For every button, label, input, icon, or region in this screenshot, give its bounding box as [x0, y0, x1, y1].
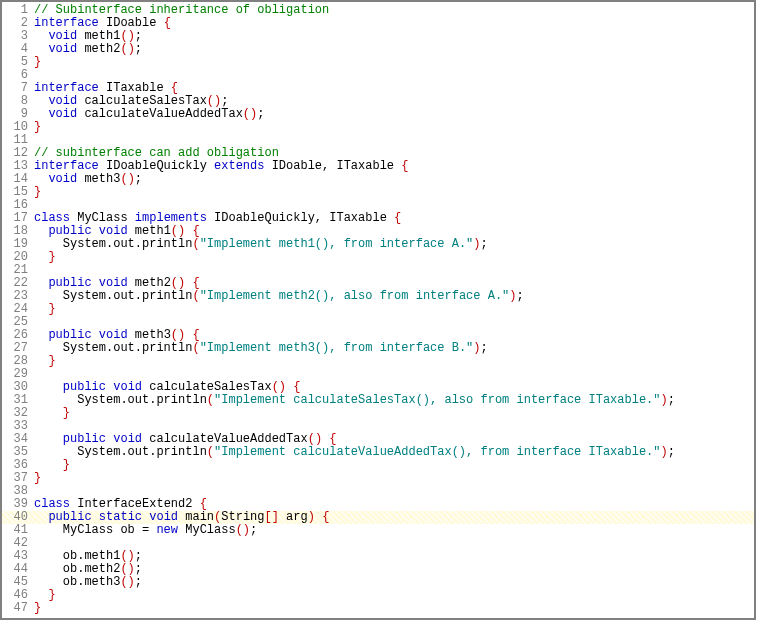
token-br: {	[200, 497, 207, 511]
token-br: }	[48, 588, 55, 602]
token-txt	[34, 172, 48, 186]
token-cmt: // subinterface can add obligation	[34, 146, 279, 160]
token-str: "Implement meth1(), from interface A."	[200, 237, 474, 251]
token-br: ()	[171, 328, 185, 342]
token-kw: class	[34, 497, 70, 511]
token-txt: ;	[135, 575, 142, 589]
token-br: }	[34, 471, 41, 485]
token-txt: InterfaceExtend2	[70, 497, 200, 511]
code-line: 36 }	[2, 459, 754, 472]
token-txt	[34, 380, 63, 394]
token-cmt: // Subinterface inheritance of obligatio…	[34, 3, 329, 17]
token-kw: public	[63, 432, 106, 446]
line-number: 4	[2, 43, 34, 56]
token-br: ()	[120, 549, 134, 563]
token-txt: ;	[135, 549, 142, 563]
token-kw: void	[149, 510, 178, 524]
token-txt	[92, 328, 99, 342]
token-kw: new	[156, 523, 178, 537]
token-txt: MyClass	[178, 523, 236, 537]
code-line: 10}	[2, 121, 754, 134]
token-br: ()	[120, 172, 134, 186]
token-txt	[34, 432, 63, 446]
token-txt: calculateSalesTax	[142, 380, 272, 394]
token-kw: interface	[34, 159, 99, 173]
token-br: ()	[171, 276, 185, 290]
line-source: ob.meth3();	[34, 576, 754, 589]
token-str: "Implement calculateValueAddedTax(), fro…	[214, 445, 660, 459]
token-br: {	[164, 16, 171, 30]
line-source: }	[34, 303, 754, 316]
token-br: ()	[171, 224, 185, 238]
token-txt: MyClass ob =	[34, 523, 156, 537]
token-txt	[34, 29, 48, 43]
token-txt: meth1	[128, 224, 171, 238]
token-txt: meth3	[128, 328, 171, 342]
token-txt: ;	[135, 172, 142, 186]
token-txt: System.out.println	[34, 341, 192, 355]
token-br: ()	[207, 94, 221, 108]
token-br: (	[207, 445, 214, 459]
token-txt: ;	[481, 341, 488, 355]
token-br: )	[661, 445, 668, 459]
line-source: System.out.println("Implement calculateV…	[34, 446, 754, 459]
line-number: 5	[2, 56, 34, 69]
token-str: "Implement meth2(), also from interface …	[200, 289, 510, 303]
line-source: System.out.println("Implement meth2(), a…	[34, 290, 754, 303]
token-txt: ;	[668, 445, 675, 459]
token-br: {	[293, 380, 300, 394]
token-txt	[34, 510, 48, 524]
token-br: }	[48, 354, 55, 368]
token-kw: public	[48, 328, 91, 342]
line-source: System.out.println("Implement calculateS…	[34, 394, 754, 407]
token-kw: void	[113, 380, 142, 394]
line-number: 6	[2, 69, 34, 82]
token-txt: MyClass	[70, 211, 135, 225]
code-line: 5}	[2, 56, 754, 69]
token-txt: System.out.println	[34, 393, 207, 407]
token-br: (	[192, 341, 199, 355]
token-kw: void	[48, 172, 77, 186]
token-br: ()	[120, 29, 134, 43]
token-kw: public	[63, 380, 106, 394]
token-txt	[34, 354, 48, 368]
line-number: 1	[2, 4, 34, 17]
token-txt: IDoable	[99, 16, 164, 30]
token-br: ()	[120, 42, 134, 56]
token-txt: ;	[517, 289, 524, 303]
token-kw: void	[48, 94, 77, 108]
token-txt	[34, 250, 48, 264]
line-number: 2	[2, 17, 34, 30]
token-txt	[34, 458, 63, 472]
token-kw: void	[113, 432, 142, 446]
token-txt: calculateValueAddedTax	[142, 432, 308, 446]
code-line: 35 System.out.println("Implement calcula…	[2, 446, 754, 459]
line-source: }	[34, 355, 754, 368]
token-txt: ob.meth1	[34, 549, 120, 563]
token-kw: void	[99, 328, 128, 342]
token-txt	[34, 406, 63, 420]
token-txt: calculateSalesTax	[77, 94, 207, 108]
token-br: ()	[236, 523, 250, 537]
token-br: )	[661, 393, 668, 407]
token-txt: ;	[135, 562, 142, 576]
line-source: }	[34, 459, 754, 472]
line-number: 3	[2, 30, 34, 43]
code-line: 24 }	[2, 303, 754, 316]
token-txt: ;	[481, 237, 488, 251]
token-txt	[92, 276, 99, 290]
token-txt: ;	[250, 523, 257, 537]
code-line: 46 }	[2, 589, 754, 602]
token-txt: ;	[135, 42, 142, 56]
token-txt: meth1	[77, 29, 120, 43]
token-br: }	[34, 120, 41, 134]
token-txt: meth2	[77, 42, 120, 56]
code-line: 37}	[2, 472, 754, 485]
line-source: void meth3();	[34, 173, 754, 186]
line-number: 8	[2, 95, 34, 108]
token-kw: void	[99, 224, 128, 238]
token-br: ()	[120, 575, 134, 589]
token-txt	[34, 588, 48, 602]
token-txt	[34, 276, 48, 290]
token-br: }	[34, 185, 41, 199]
